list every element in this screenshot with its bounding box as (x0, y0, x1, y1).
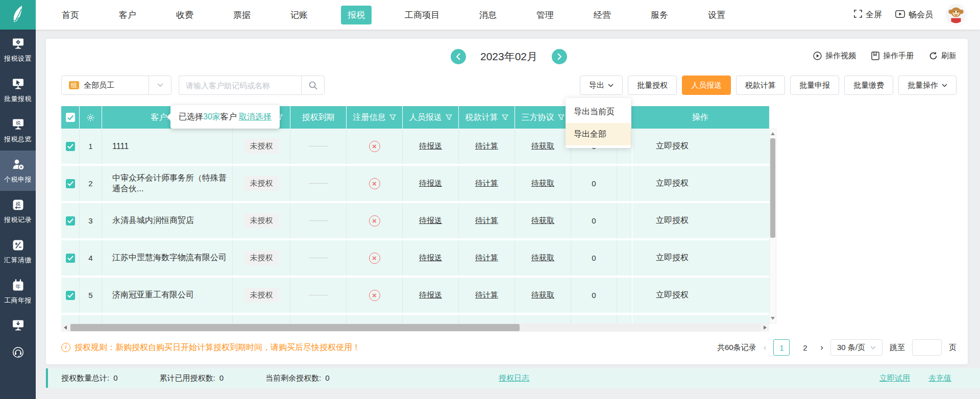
filter-icon[interactable] (389, 114, 396, 120)
avatar[interactable] (946, 5, 967, 25)
personnel-link[interactable]: 待报送 (419, 253, 442, 263)
sidebar-item-6[interactable]: 汇算清缴 (0, 231, 36, 271)
filter-icon[interactable] (558, 114, 565, 120)
bulk-button-6[interactable]: 批量缴费 (844, 76, 893, 95)
row-checkbox[interactable] (66, 179, 75, 188)
page-number-2[interactable]: 2 (797, 339, 813, 356)
nav-item-1[interactable]: 首页 (55, 6, 86, 24)
select-all-header (61, 106, 80, 129)
row-checkbox[interactable] (66, 254, 75, 263)
tax-calc-link[interactable]: 待计算 (475, 253, 498, 263)
tax-calc-link[interactable]: 待计算 (475, 290, 498, 300)
row-checkbox[interactable] (66, 142, 75, 151)
page-size-value: 30 条/页 (837, 343, 865, 353)
tax-calc-link[interactable]: 待计算 (475, 216, 498, 226)
scroll-right-arrow[interactable] (761, 323, 769, 332)
tax-calc-link[interactable]: 待计算 (475, 179, 498, 188)
nav-item-11[interactable]: 服务 (644, 6, 675, 24)
vertical-scrollbar[interactable] (769, 129, 776, 323)
personnel-link[interactable]: 待报送 (419, 290, 442, 300)
authorize-now-link[interactable]: 立即授权 (656, 290, 689, 301)
nav-item-7[interactable]: 工商项目 (398, 6, 446, 24)
help-action-3[interactable]: 刷新 (929, 51, 957, 61)
member-label: 畅会员 (909, 10, 933, 20)
nav-item-12[interactable]: 设置 (701, 6, 732, 24)
bulk-button-7[interactable]: 批量操作 (898, 76, 957, 95)
bulk-button-3[interactable]: 人员报送 (682, 76, 731, 95)
page-size-select[interactable]: 30 条/页 (830, 339, 883, 356)
nav-item-4[interactable]: 票据 (227, 6, 257, 24)
tax-calc-link[interactable]: 待计算 (475, 141, 498, 151)
sidebar-item-1[interactable]: 报税设置 (0, 30, 36, 70)
personnel-link[interactable]: 待报送 (419, 216, 442, 226)
next-month-button[interactable] (552, 49, 567, 64)
row-index-cell: 4 (80, 240, 102, 276)
page-number-1[interactable]: 1 (773, 339, 790, 356)
authorize-now-link[interactable]: 立即授权 (656, 178, 689, 189)
sidebar-item-3[interactable]: 税报税总览 (0, 110, 36, 151)
row-checkbox[interactable] (66, 291, 75, 300)
help-action-2[interactable]: 操作手册 (871, 51, 914, 61)
nav-item-8[interactable]: 消息 (473, 6, 503, 24)
staff-filter-dropdown[interactable]: 组 全部员工 (61, 76, 172, 95)
filter-icon[interactable] (446, 114, 452, 120)
vertical-scroll-thumb[interactable] (770, 138, 775, 238)
nav-item-10[interactable]: 经营 (587, 6, 618, 24)
agreement-link[interactable]: 待获取 (531, 253, 554, 263)
nav-item-5[interactable]: 记账 (284, 6, 314, 24)
nav-item-6[interactable]: 报税 (341, 6, 372, 24)
help-action-1[interactable]: 操作视频 (813, 51, 856, 61)
bulk-button-4[interactable]: 税款计算 (736, 76, 785, 95)
bulk-button-2[interactable]: 批量授权 (628, 76, 677, 95)
jump-page-input[interactable] (912, 339, 942, 356)
export-menu-item-1[interactable]: 导出当前页 (566, 101, 631, 123)
trial-link[interactable]: 立即试用 (879, 373, 910, 383)
nav-item-2[interactable]: 客户 (112, 6, 143, 24)
row-checkbox[interactable] (66, 216, 75, 226)
agreement-link[interactable]: 待获取 (531, 141, 554, 151)
filter-icon[interactable] (502, 114, 508, 120)
authorize-now-link[interactable]: 立即授权 (656, 215, 689, 226)
authorize-now-link[interactable]: 立即授权 (656, 141, 689, 152)
agreement-link[interactable]: 待获取 (531, 216, 554, 226)
authorize-now-link[interactable]: 立即授权 (656, 253, 689, 263)
search-button[interactable] (301, 76, 325, 95)
sidebar-item-4[interactable]: ¥个税申报 (0, 151, 36, 191)
sidebar-tool-1[interactable] (0, 312, 36, 339)
next-page-button[interactable]: › (820, 342, 823, 353)
personnel-link[interactable]: 待报送 (419, 141, 442, 151)
sidebar-item-7[interactable]: 年工商年报 (0, 271, 36, 312)
bulk-button-1[interactable]: 导出 (580, 76, 623, 95)
sidebar-item-2[interactable]: 批量报税 (0, 70, 36, 110)
horizontal-scrollbar[interactable] (61, 323, 769, 332)
personnel-link[interactable]: 待报送 (419, 179, 442, 188)
sidebar-tool-2[interactable] (0, 339, 36, 366)
prev-page-button[interactable]: ‹ (764, 342, 767, 353)
nav-item-3[interactable]: 收费 (169, 6, 200, 24)
agreement-link[interactable]: 待获取 (531, 179, 554, 188)
svg-text:¥: ¥ (19, 165, 22, 169)
play-badge-icon (895, 10, 905, 20)
cancel-selection-link[interactable]: 取消选择 (239, 112, 272, 122)
fullscreen-button[interactable]: 全屏 (854, 10, 882, 20)
scroll-up-arrow[interactable] (770, 130, 776, 137)
export-menu-item-2[interactable]: 导出全部 (566, 123, 631, 145)
member-button[interactable]: 畅会员 (895, 10, 933, 20)
nav-item-9[interactable]: 管理 (530, 6, 560, 24)
prev-month-button[interactable] (451, 49, 466, 64)
auth-log-link[interactable]: 授权日志 (499, 373, 529, 383)
scroll-down-arrow[interactable] (770, 315, 776, 322)
client-name: 济南冠亚重工有限公司 (112, 290, 194, 301)
search-input[interactable] (179, 76, 301, 95)
agreement-link[interactable]: 待获取 (531, 290, 554, 300)
recharge-link[interactable]: 去充值 (928, 373, 951, 383)
staff-filter-caret[interactable] (149, 76, 171, 94)
bulk-button-5[interactable]: 批量申报 (790, 76, 839, 95)
horizontal-scroll-thumb[interactable] (70, 324, 520, 331)
chevron-down-dark (608, 84, 614, 87)
sidebar-item-5[interactable]: 税报税记录 (0, 191, 36, 231)
scroll-left-arrow[interactable] (61, 323, 69, 332)
client-name-cell: 1111 (102, 129, 233, 164)
select-all-checkbox[interactable] (66, 113, 75, 122)
column-settings-icon[interactable] (86, 113, 95, 122)
